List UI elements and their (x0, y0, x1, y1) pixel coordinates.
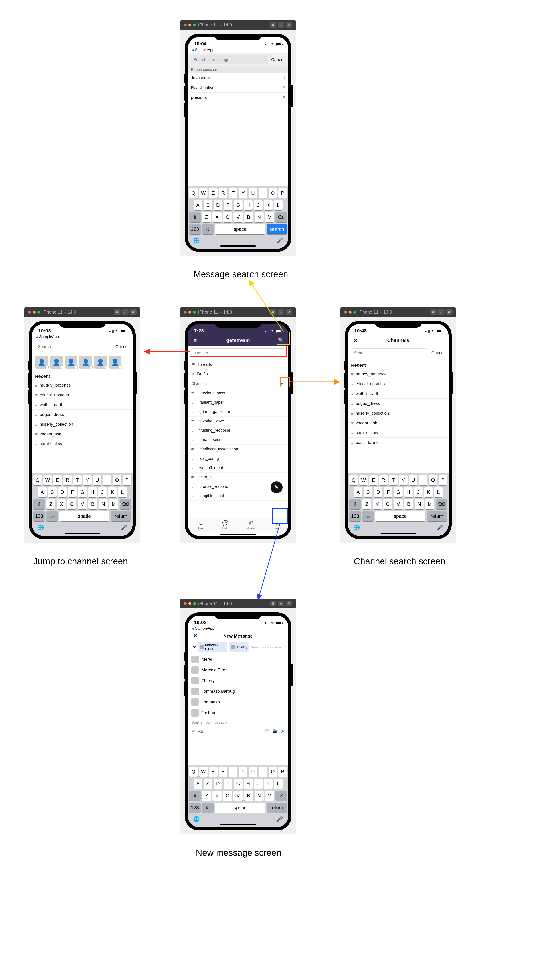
key-N[interactable]: N (254, 791, 264, 801)
key-emoji[interactable]: ☺ (202, 224, 214, 234)
remove-icon[interactable]: X (283, 95, 285, 100)
jump-search-input[interactable] (35, 342, 112, 351)
key-U[interactable]: U (249, 767, 258, 777)
key-backspace[interactable]: ⌫ (436, 499, 447, 509)
channel-item[interactable]: #basic_farmer (348, 438, 448, 447)
channel-item[interactable]: #precious_boss (188, 388, 288, 398)
back-link[interactable]: SampleApp (188, 626, 288, 632)
key-R[interactable]: R (379, 475, 388, 485)
home-icon[interactable]: ⌂ (438, 309, 445, 315)
key-X[interactable]: X (213, 791, 222, 801)
key-123[interactable]: 123 (189, 803, 201, 813)
key-search[interactable]: search (267, 224, 287, 234)
recipient-chip[interactable]: Thierry (229, 642, 249, 652)
channel-item[interactable]: #lost_boring (188, 454, 288, 463)
channel-item[interactable]: #bogus_dress (32, 410, 133, 420)
home-icon[interactable]: ⌂ (278, 601, 285, 606)
key-shift[interactable]: ⇧ (349, 499, 361, 509)
key-D[interactable]: D (214, 200, 222, 210)
channel-item[interactable]: #muddy_patience (32, 380, 133, 390)
key-Q[interactable]: Q (33, 475, 42, 485)
key-B[interactable]: B (244, 212, 253, 222)
key-O[interactable]: O (269, 767, 277, 777)
key-Z[interactable]: Z (202, 791, 211, 801)
key-S[interactable]: S (364, 487, 372, 497)
key-V[interactable]: V (78, 499, 87, 509)
rotate-icon[interactable]: ⟳ (446, 309, 453, 315)
key-K[interactable]: K (108, 487, 117, 497)
close-dot[interactable] (184, 311, 187, 313)
person-avatar[interactable]: 👤 (50, 356, 63, 369)
channel-item[interactable]: #miserly_collection (32, 420, 133, 429)
key-I[interactable]: I (259, 767, 267, 777)
mic-icon[interactable]: 🎤 (277, 237, 283, 243)
close-icon[interactable]: ✕ (352, 337, 359, 344)
channel-item[interactable]: #radiant_paper (188, 398, 288, 407)
key-G[interactable]: G (234, 779, 242, 789)
key-J[interactable]: J (254, 200, 262, 210)
key-A[interactable]: A (194, 200, 202, 210)
key-return[interactable]: return (267, 803, 287, 813)
key-K[interactable]: K (424, 487, 433, 497)
home-icon[interactable]: ⌂ (278, 309, 285, 315)
workspace-menu-icon[interactable]: ≡ (192, 337, 199, 344)
key-C[interactable]: C (223, 212, 232, 222)
key-I[interactable]: I (103, 475, 111, 485)
key-M[interactable]: M (425, 499, 434, 509)
screenshot-icon[interactable]: ⧉ (270, 309, 277, 315)
channel-item[interactable]: #bogus_dress (348, 399, 448, 408)
cancel-button[interactable]: Cancel (114, 344, 129, 349)
key-A[interactable]: A (194, 779, 202, 789)
key-space[interactable]: spatie (215, 803, 265, 813)
channel-item[interactable]: #muddy_patience (348, 369, 448, 379)
key-123[interactable]: 123 (189, 224, 201, 234)
key-J[interactable]: J (98, 487, 107, 497)
key-V[interactable]: V (394, 499, 403, 509)
key-return[interactable]: return (427, 511, 447, 521)
message-search-input[interactable] (191, 55, 268, 64)
screenshot-icon[interactable]: ⧉ (430, 309, 437, 315)
key-H[interactable]: H (244, 200, 253, 210)
back-link[interactable]: SampleApp (32, 335, 133, 340)
key-S[interactable]: S (48, 487, 57, 497)
globe-icon[interactable]: 🌐 (193, 816, 200, 822)
maximize-dot[interactable] (193, 311, 196, 313)
key-M[interactable]: M (265, 212, 274, 222)
minimize-dot[interactable] (349, 311, 351, 313)
channel-item[interactable]: #trusting_proposal (188, 426, 288, 435)
key-X[interactable]: X (213, 212, 222, 222)
compose-placeholder[interactable]: Start a new message (188, 718, 288, 727)
key-Z[interactable]: Z (202, 212, 211, 222)
key-X[interactable]: X (57, 499, 66, 509)
home-icon[interactable]: ⌂ (278, 22, 285, 28)
contact-row[interactable]: Thierry (188, 675, 288, 686)
key-U[interactable]: U (93, 475, 102, 485)
tab-mention[interactable]: @Mention (246, 520, 256, 530)
channel-item[interactable]: #vacant_ask (348, 418, 448, 428)
recent-search-item[interactable]: preciousX (188, 92, 288, 102)
key-G[interactable]: G (394, 487, 402, 497)
channel-item[interactable]: #vacant_ask (32, 429, 133, 439)
recent-search-item[interactable]: React-nativeX (188, 83, 288, 92)
key-W[interactable]: W (43, 475, 52, 485)
key-N[interactable]: N (99, 499, 108, 509)
home-indicator[interactable] (220, 534, 256, 535)
key-T[interactable]: T (229, 188, 237, 198)
maximize-dot[interactable] (353, 311, 356, 313)
channel-item[interactable]: #well-lit_earth (348, 389, 448, 399)
key-I[interactable]: I (419, 475, 428, 485)
key-K[interactable]: K (264, 779, 273, 789)
keyboard[interactable]: QWERTYUIOP ASDFGHJKL ⇧ZXCVBNM⌫ 123 ☺ spa… (188, 186, 288, 249)
key-O[interactable]: O (269, 188, 277, 198)
home-indicator[interactable] (220, 245, 256, 247)
channel-item[interactable]: #tangible_local (188, 492, 288, 501)
close-icon[interactable]: ✕ (192, 632, 199, 640)
key-C[interactable]: C (383, 499, 392, 509)
key-V[interactable]: V (234, 212, 243, 222)
key-E[interactable]: E (209, 767, 218, 777)
remove-icon[interactable]: X (283, 85, 285, 90)
rotate-icon[interactable]: ⟳ (286, 601, 292, 606)
threads-row[interactable]: ☰Threads (188, 360, 288, 369)
person-avatar[interactable]: 👤 (35, 356, 48, 369)
new-message-fab[interactable]: ✎ (270, 481, 283, 493)
